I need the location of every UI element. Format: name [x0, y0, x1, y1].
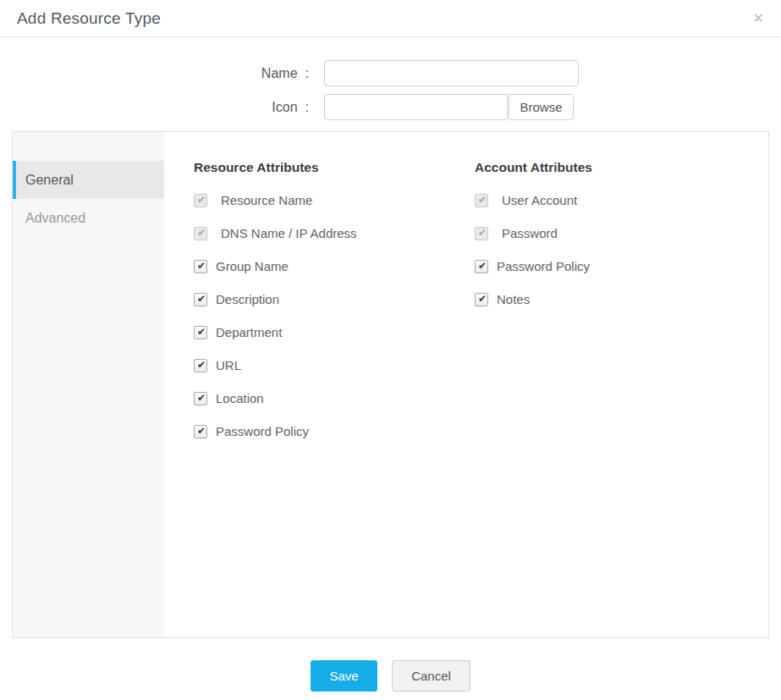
- account-attributes-list: ✔User Account✔Password✔Password Policy✔N…: [475, 193, 768, 306]
- checkbox-label: Password: [502, 226, 558, 240]
- check-icon: ✔: [197, 393, 206, 403]
- check-icon: ✔: [478, 195, 487, 205]
- close-icon[interactable]: ✕: [753, 12, 764, 25]
- checkbox-label: DNS Name / IP Address: [221, 226, 357, 240]
- checkbox-label: Password Policy: [216, 424, 309, 438]
- icon-label-text: Icon: [272, 100, 297, 114]
- tab-advanced[interactable]: Advanced: [13, 199, 164, 237]
- checkbox-row: ✔Description: [194, 292, 475, 306]
- checkbox-row: ✔User Account: [475, 193, 768, 207]
- check-icon: ✔: [197, 360, 206, 370]
- check-icon: ✔: [478, 261, 487, 271]
- checkbox-label: URL: [216, 358, 241, 372]
- check-icon: ✔: [197, 261, 206, 271]
- disabled-checkbox: ✔: [475, 227, 488, 240]
- checkbox[interactable]: ✔: [475, 260, 488, 273]
- checkbox-row: ✔Resource Name: [194, 193, 475, 207]
- settings-panel: GeneralAdvanced Resource Attributes ✔Res…: [12, 131, 769, 638]
- checkbox[interactable]: ✔: [194, 359, 207, 372]
- icon-colon: :: [305, 100, 309, 115]
- checkbox-row: ✔Department: [194, 325, 475, 339]
- panel-content: Resource Attributes ✔Resource Name✔DNS N…: [164, 132, 768, 637]
- checkbox-label: Notes: [497, 292, 530, 306]
- checkbox-label: Password Policy: [497, 259, 590, 273]
- checkbox-label: Resource Name: [221, 193, 312, 207]
- check-icon: ✔: [197, 228, 206, 238]
- checkbox-row: ✔Location: [194, 391, 475, 405]
- icon-label: Icon:: [0, 100, 309, 115]
- icon-input[interactable]: [324, 94, 508, 120]
- disabled-checkbox: ✔: [475, 194, 488, 207]
- account-attributes-title: Account Attributes: [475, 160, 768, 175]
- name-label: Name:: [0, 66, 309, 81]
- check-icon: ✔: [197, 294, 206, 304]
- checkbox-label: Location: [216, 391, 264, 405]
- checkbox[interactable]: ✔: [475, 293, 488, 306]
- icon-row: Icon: Browse: [0, 94, 781, 120]
- checkbox-row: ✔DNS Name / IP Address: [194, 226, 475, 240]
- save-button[interactable]: Save: [311, 660, 377, 692]
- checkbox-label: User Account: [502, 193, 577, 207]
- checkbox[interactable]: ✔: [194, 326, 207, 339]
- checkbox-row: ✔URL: [194, 358, 475, 372]
- resource-attributes-title: Resource Attributes: [194, 160, 475, 175]
- checkbox-row: ✔Notes: [475, 292, 768, 306]
- add-resource-type-dialog: Add Resource Type ✕ Name: Icon: Browse G…: [0, 0, 781, 700]
- check-icon: ✔: [478, 294, 487, 304]
- checkbox[interactable]: ✔: [194, 293, 207, 306]
- check-icon: ✔: [197, 195, 206, 205]
- resource-attributes-list: ✔Resource Name✔DNS Name / IP Address✔Gro…: [194, 193, 475, 438]
- checkbox-row: ✔Password: [475, 226, 768, 240]
- disabled-checkbox: ✔: [194, 194, 207, 207]
- dialog-title: Add Resource Type: [17, 9, 161, 28]
- name-row: Name:: [0, 60, 781, 86]
- disabled-checkbox: ✔: [194, 227, 207, 240]
- checkbox-row: ✔Password Policy: [475, 259, 768, 273]
- name-input[interactable]: [324, 60, 579, 86]
- tab-general[interactable]: General: [13, 161, 164, 199]
- check-icon: ✔: [197, 426, 206, 436]
- account-attributes-section: Account Attributes ✔User Account✔Passwor…: [475, 160, 768, 637]
- checkbox-row: ✔Group Name: [194, 259, 475, 273]
- checkbox[interactable]: ✔: [194, 425, 207, 438]
- checkbox[interactable]: ✔: [194, 260, 207, 273]
- browse-button[interactable]: Browse: [509, 94, 574, 120]
- check-icon: ✔: [478, 228, 487, 238]
- sidebar: GeneralAdvanced: [13, 132, 164, 637]
- check-icon: ✔: [197, 327, 206, 337]
- dialog-footer: Save Cancel: [0, 638, 781, 699]
- name-label-text: Name: [261, 66, 298, 80]
- checkbox[interactable]: ✔: [194, 392, 207, 405]
- dialog-header: Add Resource Type ✕: [0, 0, 781, 37]
- resource-attributes-section: Resource Attributes ✔Resource Name✔DNS N…: [194, 160, 475, 637]
- form-area: Name: Icon: Browse: [0, 37, 781, 120]
- checkbox-label: Description: [216, 292, 279, 306]
- name-colon: :: [305, 66, 309, 81]
- checkbox-row: ✔Password Policy: [194, 424, 475, 438]
- checkbox-label: Group Name: [216, 259, 289, 273]
- cancel-button[interactable]: Cancel: [392, 660, 470, 692]
- checkbox-label: Department: [216, 325, 282, 339]
